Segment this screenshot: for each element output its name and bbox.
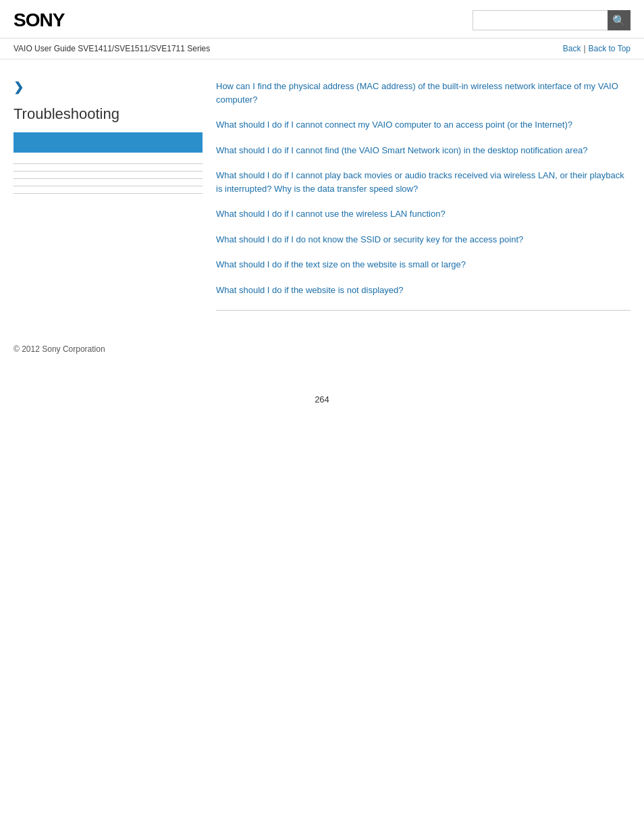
- footer: © 2012 Sony Corporation: [0, 331, 644, 381]
- list-item: What should I do if the website is not d…: [216, 284, 630, 297]
- chevron-icon: ❯: [14, 80, 203, 95]
- sidebar: ❯ Troubleshooting: [14, 73, 216, 311]
- main-content: ❯ Troubleshooting How can I find the phy…: [0, 59, 644, 331]
- link-ssid-security-key[interactable]: What should I do if I do not know the SS…: [216, 233, 630, 246]
- content-area: How can I find the physical address (MAC…: [216, 73, 630, 311]
- link-vaio-smart-network-icon[interactable]: What should I do if I cannot find (the V…: [216, 144, 630, 157]
- list-item: What should I do if the text size on the…: [216, 258, 630, 271]
- list-item: How can I find the physical address (MAC…: [216, 80, 630, 106]
- link-text-size[interactable]: What should I do if the text size on the…: [216, 258, 630, 271]
- content-links-list: How can I find the physical address (MAC…: [216, 80, 630, 296]
- search-icon: 🔍: [612, 14, 626, 27]
- content-bottom-divider: [216, 310, 630, 311]
- page-number: 264: [0, 381, 644, 418]
- link-mac-address[interactable]: How can I find the physical address (MAC…: [216, 80, 630, 106]
- copyright-text: © 2012 Sony Corporation: [14, 344, 105, 354]
- guide-title: VAIO User Guide SVE1411/SVE1511/SVE1711 …: [14, 44, 210, 53]
- list-item: What should I do if I cannot play back m…: [216, 169, 630, 195]
- search-input[interactable]: [473, 10, 608, 30]
- sony-logo: SONY: [14, 9, 64, 31]
- sidebar-divider-4: [14, 186, 203, 186]
- sidebar-divider-1: [14, 163, 203, 164]
- sidebar-divider-3: [14, 178, 203, 179]
- breadcrumb-separator: |: [583, 44, 585, 53]
- header: SONY 🔍: [0, 0, 644, 38]
- back-link[interactable]: Back: [563, 44, 581, 53]
- breadcrumb-nav: Back | Back to Top: [563, 44, 630, 53]
- sidebar-highlight-bar: [14, 132, 203, 153]
- link-playback-wireless[interactable]: What should I do if I cannot play back m…: [216, 169, 630, 195]
- link-wireless-lan-function[interactable]: What should I do if I cannot use the wir…: [216, 207, 630, 221]
- list-item: What should I do if I do not know the SS…: [216, 233, 630, 246]
- list-item: What should I do if I cannot use the wir…: [216, 207, 630, 221]
- sidebar-divider-2: [14, 171, 203, 172]
- sidebar-divider-5: [14, 193, 203, 194]
- list-item: What should I do if I cannot find (the V…: [216, 144, 630, 157]
- back-to-top-link[interactable]: Back to Top: [589, 44, 630, 53]
- link-connect-access-point[interactable]: What should I do if I cannot connect my …: [216, 118, 630, 132]
- search-area: 🔍: [473, 10, 630, 30]
- sidebar-section-title: Troubleshooting: [14, 105, 203, 123]
- link-website-not-displayed[interactable]: What should I do if the website is not d…: [216, 284, 630, 297]
- list-item: What should I do if I cannot connect my …: [216, 118, 630, 132]
- breadcrumb-bar: VAIO User Guide SVE1411/SVE1511/SVE1711 …: [0, 38, 644, 59]
- search-button[interactable]: 🔍: [608, 10, 630, 30]
